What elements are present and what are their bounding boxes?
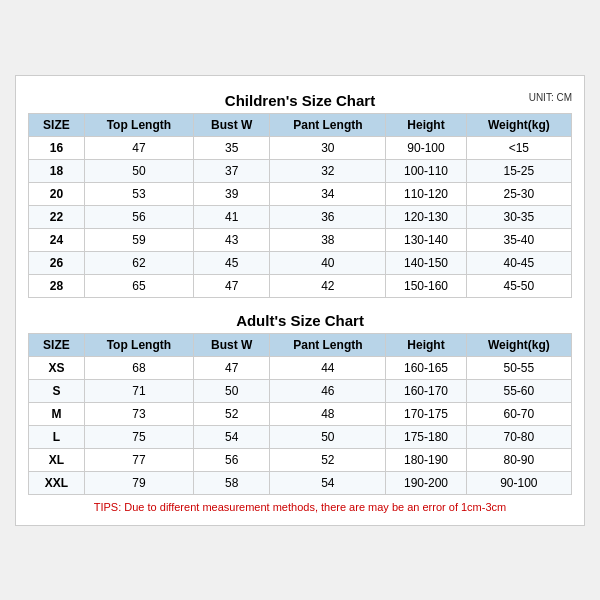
adult-title-text: Adult's Size Chart — [236, 312, 364, 329]
table-row: 24594338130-14035-40 — [29, 228, 572, 251]
table-row: XL775652180-19080-90 — [29, 448, 572, 471]
children-header-row: SIZE Top Length Bust W Pant Length Heigh… — [29, 113, 572, 136]
adult-col-header-bust-w: Bust W — [193, 333, 270, 356]
adult-col-header-size: SIZE — [29, 333, 85, 356]
table-row: 22564136120-13030-35 — [29, 205, 572, 228]
table-row: 1647353090-100<15 — [29, 136, 572, 159]
table-row: 18503732100-11015-25 — [29, 159, 572, 182]
col-header-bust-w: Bust W — [193, 113, 270, 136]
adult-col-header-height: Height — [386, 333, 466, 356]
table-row: 20533934110-12025-30 — [29, 182, 572, 205]
tips-text: TIPS: Due to different measurement metho… — [28, 495, 572, 515]
children-section-title: Children's Size Chart UNIT: CM — [28, 86, 572, 113]
table-row: 26624540140-15040-45 — [29, 251, 572, 274]
col-header-height: Height — [386, 113, 466, 136]
adult-col-header-pant-length: Pant Length — [270, 333, 386, 356]
table-row: XS684744160-16550-55 — [29, 356, 572, 379]
col-header-weight: Weight(kg) — [466, 113, 571, 136]
col-header-top-length: Top Length — [84, 113, 193, 136]
table-row: M735248170-17560-70 — [29, 402, 572, 425]
chart-container: Children's Size Chart UNIT: CM SIZE Top … — [15, 75, 585, 526]
col-header-pant-length: Pant Length — [270, 113, 386, 136]
adult-header-row: SIZE Top Length Bust W Pant Length Heigh… — [29, 333, 572, 356]
unit-label: UNIT: CM — [529, 92, 572, 103]
adult-col-header-top-length: Top Length — [84, 333, 193, 356]
adult-section-title: Adult's Size Chart — [28, 306, 572, 333]
children-title-text: Children's Size Chart — [225, 92, 375, 109]
col-header-size: SIZE — [29, 113, 85, 136]
children-size-table: SIZE Top Length Bust W Pant Length Heigh… — [28, 113, 572, 298]
table-row: S715046160-17055-60 — [29, 379, 572, 402]
adult-col-header-weight: Weight(kg) — [466, 333, 571, 356]
table-row: 28654742150-16045-50 — [29, 274, 572, 297]
table-row: L755450175-18070-80 — [29, 425, 572, 448]
adult-size-table: SIZE Top Length Bust W Pant Length Heigh… — [28, 333, 572, 495]
table-row: XXL795854190-20090-100 — [29, 471, 572, 494]
